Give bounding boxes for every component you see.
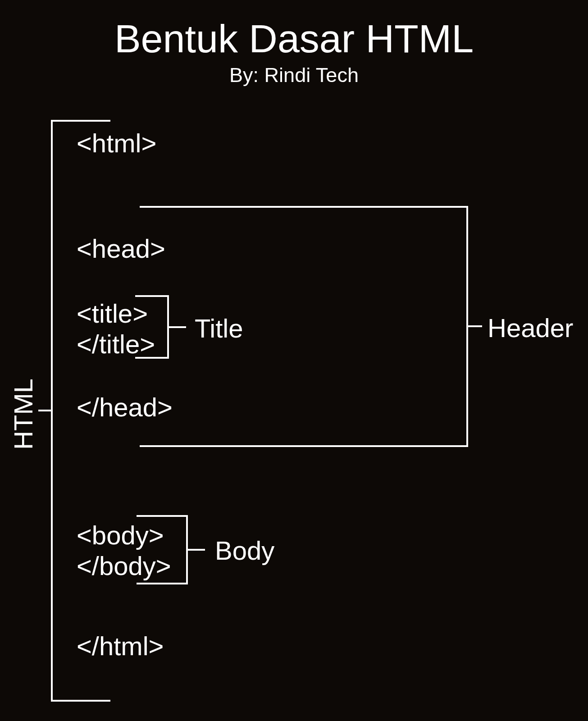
- tag-html-close: </html>: [77, 631, 164, 661]
- page-title: Bentuk Dasar HTML: [0, 0, 588, 62]
- tag-body-close: </body>: [77, 551, 171, 581]
- tag-title-close: </title>: [77, 329, 155, 359]
- tag-head-open: <head>: [77, 233, 165, 264]
- structure-diagram: <html> <head> <title> </title> </head> <…: [0, 113, 588, 721]
- tag-html-open: <html>: [77, 128, 156, 158]
- page-subtitle: By: Rindi Tech: [0, 64, 588, 87]
- label-html: HTML: [8, 379, 38, 450]
- tag-head-close: </head>: [77, 392, 173, 422]
- tag-title-open: <title>: [77, 298, 148, 329]
- label-header: Header: [488, 313, 573, 343]
- label-title: Title: [195, 313, 243, 343]
- tag-body-open: <body>: [77, 520, 164, 550]
- label-body: Body: [215, 535, 274, 566]
